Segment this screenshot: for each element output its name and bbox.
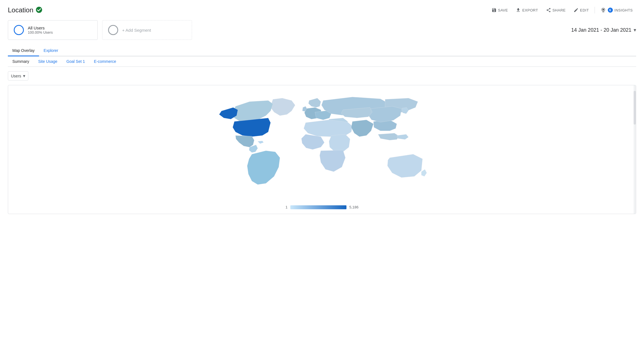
- add-segment-icon: [108, 25, 118, 35]
- page-title: Location: [8, 6, 33, 14]
- date-range-chevron-icon: ▾: [634, 27, 636, 33]
- verified-icon: [36, 6, 42, 14]
- svg-point-2: [602, 9, 604, 11]
- add-segment-card[interactable]: + Add Segment: [102, 20, 192, 40]
- subtab-e-commerce[interactable]: E-commerce: [90, 56, 121, 66]
- world-map: [8, 85, 636, 214]
- scrollbar-thumb[interactable]: [634, 91, 636, 125]
- header-actions: SAVE EXPORT SHARE EDIT: [488, 6, 636, 15]
- share-label: SHARE: [552, 8, 566, 12]
- insights-button[interactable]: 6 INSIGHTS: [597, 6, 636, 15]
- export-button[interactable]: EXPORT: [512, 6, 541, 14]
- share-button[interactable]: SHARE: [543, 6, 569, 14]
- svg-point-0: [36, 7, 42, 13]
- action-divider: [595, 7, 595, 13]
- edit-button[interactable]: EDIT: [570, 6, 592, 14]
- date-range-label: 14 Jan 2021 - 20 Jan 2021: [571, 27, 631, 33]
- legend-min: 1: [286, 205, 287, 209]
- save-label: SAVE: [498, 8, 508, 12]
- insights-icon: [600, 7, 606, 13]
- insights-label: INSIGHTS: [615, 8, 633, 12]
- map-container: 1 5,186: [8, 85, 636, 214]
- edit-label: EDIT: [580, 8, 589, 12]
- add-segment-text: + Add Segment: [122, 28, 151, 33]
- insights-badge: 6: [608, 8, 613, 13]
- legend-bar: [290, 205, 346, 209]
- metric-dropdown[interactable]: Users ▾: [8, 71, 28, 81]
- export-icon: [516, 8, 521, 13]
- date-range-selector[interactable]: 14 Jan 2021 - 20 Jan 2021 ▾: [571, 27, 636, 33]
- subtab-summary[interactable]: Summary: [8, 56, 34, 66]
- scrollbar-track[interactable]: [634, 85, 636, 214]
- tab-map-overlay[interactable]: Map Overlay: [8, 45, 39, 56]
- segment-sub: 100.00% Users: [28, 30, 53, 35]
- subtab-site-usage[interactable]: Site Usage: [34, 56, 62, 66]
- export-label: EXPORT: [522, 8, 538, 12]
- share-icon: [546, 8, 551, 13]
- header: Location SAVE EXPORT: [8, 6, 636, 15]
- save-icon: [492, 8, 497, 13]
- segment-primary: All Users 100.00% Users: [8, 20, 98, 40]
- subtab-goal-set-1[interactable]: Goal Set 1: [62, 56, 89, 66]
- metric-dropdown-label: Users: [11, 74, 21, 78]
- map-legend: 1 5,186: [286, 205, 358, 209]
- save-button[interactable]: SAVE: [488, 6, 511, 14]
- legend-max: 5,186: [349, 205, 358, 209]
- edit-icon: [574, 8, 579, 13]
- main-tabs: Map Overlay Explorer: [8, 45, 636, 56]
- subtabs: Summary Site Usage Goal Set 1 E-commerce: [8, 56, 636, 67]
- tab-explorer[interactable]: Explorer: [39, 45, 63, 56]
- header-left: Location: [8, 6, 42, 14]
- segment-icon: [14, 25, 24, 35]
- segment-info: All Users 100.00% Users: [28, 26, 53, 35]
- segment-name: All Users: [28, 26, 53, 30]
- metric-dropdown-chevron-icon: ▾: [23, 73, 25, 79]
- page-container: Location SAVE EXPORT: [0, 0, 644, 354]
